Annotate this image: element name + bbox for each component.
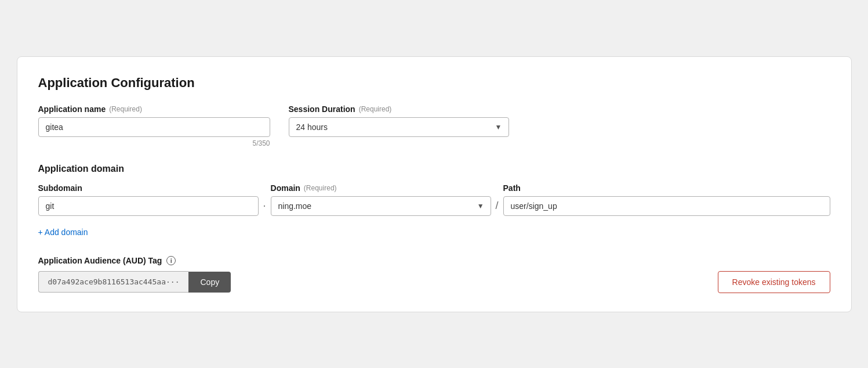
top-form-row: Application name (Required) 5/350 Sessio… <box>38 104 830 147</box>
add-domain-link[interactable]: + Add domain <box>38 228 88 237</box>
copy-button[interactable]: Copy <box>188 272 231 293</box>
app-name-required: (Required) <box>109 105 142 113</box>
subdomain-label: Subdomain <box>38 183 259 193</box>
subdomain-group: Subdomain <box>38 183 259 216</box>
aud-token-group: d07a492ace9b8116513ac445aa··· Copy <box>38 271 231 293</box>
domain-label: Domain (Required) <box>271 183 491 193</box>
domain-select[interactable]: ning.moe <box>271 196 491 216</box>
path-label: Path <box>503 183 830 193</box>
info-icon[interactable]: i <box>166 256 176 265</box>
subdomain-input[interactable] <box>38 196 259 216</box>
revoke-tokens-button[interactable]: Revoke existing tokens <box>718 271 830 293</box>
session-duration-select[interactable]: 1 hour 6 hours 12 hours 24 hours 7 days … <box>289 117 509 137</box>
domain-required: (Required) <box>304 184 337 192</box>
app-name-input[interactable] <box>38 117 270 137</box>
session-duration-label: Session Duration (Required) <box>289 104 509 114</box>
dot-separator: · <box>263 187 266 212</box>
aud-row: d07a492ace9b8116513ac445aa··· Copy Revok… <box>38 271 830 293</box>
application-configuration-card: Application Configuration Application na… <box>17 56 852 312</box>
char-count: 5/350 <box>38 139 270 147</box>
domain-select-wrapper: ning.moe ▼ <box>271 196 491 216</box>
aud-token-value: d07a492ace9b8116513ac445aa··· <box>38 271 189 293</box>
app-name-label: Application name (Required) <box>38 104 270 114</box>
domain-group: Domain (Required) ning.moe ▼ <box>271 183 491 216</box>
slash-separator: / <box>496 187 499 212</box>
domain-row: Subdomain · Domain (Required) ning.moe ▼ <box>38 183 830 216</box>
page-title: Application Configuration <box>38 75 830 91</box>
aud-label: Application Audience (AUD) Tag i <box>38 256 830 265</box>
session-duration-select-wrapper: 1 hour 6 hours 12 hours 24 hours 7 days … <box>289 117 509 137</box>
aud-section: Application Audience (AUD) Tag i d07a492… <box>38 256 830 293</box>
app-name-group: Application name (Required) 5/350 <box>38 104 270 147</box>
application-domain-title: Application domain <box>38 164 830 174</box>
path-group: Path <box>503 183 830 216</box>
session-duration-group: Session Duration (Required) 1 hour 6 hou… <box>289 104 509 137</box>
application-domain-section: Application domain Subdomain · Domain (R… <box>38 164 830 237</box>
session-duration-required: (Required) <box>359 105 392 113</box>
path-input[interactable] <box>503 196 830 216</box>
